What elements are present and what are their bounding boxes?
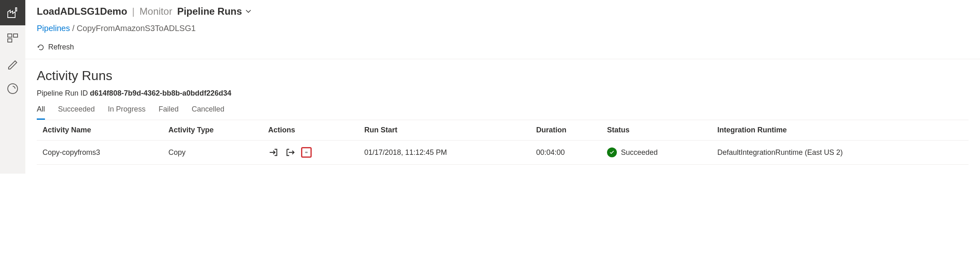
action-details-icon[interactable] — [301, 147, 312, 158]
tab-succeeded[interactable]: Succeeded — [58, 105, 95, 120]
col-runtime[interactable]: Integration Runtime — [714, 120, 969, 141]
nav-monitor-icon[interactable] — [0, 76, 25, 101]
col-actions: Actions — [265, 120, 361, 141]
svg-rect-3 — [8, 39, 12, 42]
section-title: Activity Runs — [37, 68, 969, 83]
breadcrumb-current: CopyFromAmazonS3ToADLSG1 — [77, 24, 196, 33]
run-id-value: d614f808-7b9d-4362-bb8b-a0bddf226d34 — [90, 89, 231, 97]
tab-cancelled[interactable]: Cancelled — [192, 105, 224, 120]
svg-rect-0 — [16, 8, 17, 11]
refresh-button[interactable]: Refresh — [37, 43, 74, 51]
breadcrumb: Pipelines / CopyFromAmazonS3ToADLSG1 — [25, 22, 980, 40]
action-input-icon[interactable] — [268, 147, 279, 158]
run-id-line: Pipeline Run ID d614f808-7b9d-4362-bb8b-… — [37, 89, 969, 98]
app-name: LoadADLSG1Demo — [37, 6, 127, 17]
status-success-icon — [607, 147, 617, 157]
nav-overview-icon[interactable] — [0, 25, 25, 51]
title-bar: LoadADLSG1Demo | Monitor Pipeline Runs — [25, 0, 980, 22]
col-duration[interactable]: Duration — [533, 120, 604, 141]
nav-factory-icon[interactable] — [0, 0, 25, 25]
tab-in-progress[interactable]: In Progress — [108, 105, 145, 120]
page-dropdown[interactable]: Pipeline Runs — [177, 6, 252, 17]
breadcrumb-root[interactable]: Pipelines — [37, 24, 70, 33]
col-activity-type[interactable]: Activity Type — [165, 120, 265, 141]
svg-rect-2 — [13, 34, 18, 37]
cell-runtime: DefaultIntegrationRuntime (East US 2) — [714, 141, 969, 165]
col-activity-name[interactable]: Activity Name — [37, 120, 165, 141]
table-row: Copy-copyfroms3 Copy — [37, 141, 969, 165]
left-nav — [0, 0, 25, 174]
cell-activity-name: Copy-copyfroms3 — [37, 141, 165, 165]
action-output-icon[interactable] — [285, 147, 295, 158]
svg-point-5 — [305, 152, 306, 153]
cell-activity-type: Copy — [165, 141, 265, 165]
cell-duration: 00:04:00 — [533, 141, 604, 165]
svg-point-6 — [306, 152, 308, 153]
svg-rect-1 — [8, 34, 12, 37]
refresh-icon — [37, 43, 45, 51]
nav-author-icon[interactable] — [0, 51, 25, 76]
svg-point-4 — [8, 84, 18, 94]
cell-run-start: 01/17/2018, 11:12:45 PM — [361, 141, 533, 165]
tab-all[interactable]: All — [37, 105, 45, 120]
cell-status: Succeeded — [621, 148, 658, 157]
section-label: Monitor — [140, 6, 172, 17]
col-status[interactable]: Status — [604, 120, 714, 141]
title-separator: | — [132, 6, 134, 17]
tab-failed[interactable]: Failed — [158, 105, 179, 120]
col-run-start[interactable]: Run Start — [361, 120, 533, 141]
chevron-down-icon — [245, 7, 252, 15]
status-filter-tabs: All Succeeded In Progress Failed Cancell… — [37, 105, 969, 120]
activity-table: Activity Name Activity Type Actions Run … — [37, 120, 969, 165]
